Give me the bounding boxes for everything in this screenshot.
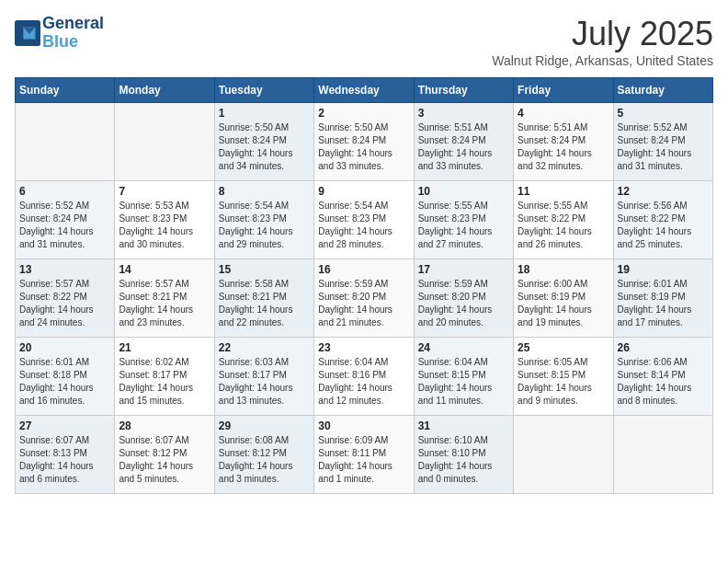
calendar-cell: 19Sunrise: 6:01 AM Sunset: 8:19 PM Dayli… bbox=[613, 259, 712, 338]
calendar-cell: 22Sunrise: 6:03 AM Sunset: 8:17 PM Dayli… bbox=[214, 338, 313, 416]
day-number: 4 bbox=[518, 107, 609, 120]
day-info: Sunrise: 6:05 AM Sunset: 8:15 PM Dayligh… bbox=[518, 356, 609, 408]
calendar-cell: 4Sunrise: 5:51 AM Sunset: 8:24 PM Daylig… bbox=[514, 103, 613, 181]
day-info: Sunrise: 6:09 AM Sunset: 8:11 PM Dayligh… bbox=[318, 434, 409, 486]
day-number: 1 bbox=[219, 107, 310, 120]
logo: General Blue bbox=[15, 15, 104, 52]
calendar-body: 1Sunrise: 5:50 AM Sunset: 8:24 PM Daylig… bbox=[16, 103, 713, 494]
calendar-cell: 18Sunrise: 6:00 AM Sunset: 8:19 PM Dayli… bbox=[514, 259, 613, 338]
day-number: 5 bbox=[618, 107, 709, 120]
title-block: July 2025 Walnut Ridge, Arkansas, United… bbox=[492, 15, 713, 68]
day-number: 22 bbox=[219, 341, 310, 354]
weekday-header: Tuesday bbox=[214, 78, 313, 103]
day-info: Sunrise: 5:57 AM Sunset: 8:21 PM Dayligh… bbox=[119, 278, 210, 329]
day-number: 12 bbox=[618, 185, 709, 198]
day-info: Sunrise: 5:52 AM Sunset: 8:24 PM Dayligh… bbox=[19, 200, 110, 251]
day-info: Sunrise: 6:08 AM Sunset: 8:12 PM Dayligh… bbox=[219, 434, 310, 486]
day-info: Sunrise: 5:55 AM Sunset: 8:22 PM Dayligh… bbox=[518, 200, 609, 251]
calendar-week-row: 13Sunrise: 5:57 AM Sunset: 8:22 PM Dayli… bbox=[16, 259, 713, 338]
calendar-cell: 12Sunrise: 5:56 AM Sunset: 8:22 PM Dayli… bbox=[613, 181, 712, 259]
day-info: Sunrise: 5:55 AM Sunset: 8:23 PM Dayligh… bbox=[418, 200, 509, 251]
logo-line1: General bbox=[42, 15, 104, 33]
calendar-cell: 1Sunrise: 5:50 AM Sunset: 8:24 PM Daylig… bbox=[214, 103, 313, 181]
day-number: 8 bbox=[219, 185, 310, 198]
calendar-cell: 31Sunrise: 6:10 AM Sunset: 8:10 PM Dayli… bbox=[414, 416, 513, 494]
month-title: July 2025 bbox=[492, 15, 713, 53]
calendar-week-row: 27Sunrise: 6:07 AM Sunset: 8:13 PM Dayli… bbox=[16, 416, 713, 494]
day-number: 16 bbox=[318, 263, 409, 276]
calendar-cell: 17Sunrise: 5:59 AM Sunset: 8:20 PM Dayli… bbox=[414, 259, 513, 338]
day-info: Sunrise: 5:52 AM Sunset: 8:24 PM Dayligh… bbox=[618, 121, 709, 173]
day-info: Sunrise: 5:54 AM Sunset: 8:23 PM Dayligh… bbox=[219, 200, 310, 251]
day-number: 3 bbox=[418, 107, 509, 120]
calendar-cell: 7Sunrise: 5:53 AM Sunset: 8:23 PM Daylig… bbox=[115, 181, 214, 259]
calendar-week-row: 20Sunrise: 6:01 AM Sunset: 8:18 PM Dayli… bbox=[16, 338, 713, 416]
day-info: Sunrise: 6:06 AM Sunset: 8:14 PM Dayligh… bbox=[618, 356, 709, 408]
day-number: 6 bbox=[19, 185, 110, 198]
day-info: Sunrise: 5:53 AM Sunset: 8:23 PM Dayligh… bbox=[119, 200, 210, 251]
day-info: Sunrise: 6:03 AM Sunset: 8:17 PM Dayligh… bbox=[219, 356, 310, 408]
calendar-cell: 14Sunrise: 5:57 AM Sunset: 8:21 PM Dayli… bbox=[115, 259, 214, 338]
calendar-cell: 11Sunrise: 5:55 AM Sunset: 8:22 PM Dayli… bbox=[514, 181, 613, 259]
calendar-cell: 25Sunrise: 6:05 AM Sunset: 8:15 PM Dayli… bbox=[514, 338, 613, 416]
weekday-header: Sunday bbox=[16, 78, 115, 103]
day-number: 20 bbox=[19, 341, 110, 354]
day-number: 21 bbox=[119, 341, 210, 354]
day-number: 26 bbox=[618, 341, 709, 354]
weekday-header: Wednesday bbox=[314, 78, 414, 103]
calendar-cell: 8Sunrise: 5:54 AM Sunset: 8:23 PM Daylig… bbox=[214, 181, 313, 259]
calendar-cell: 20Sunrise: 6:01 AM Sunset: 8:18 PM Dayli… bbox=[16, 338, 115, 416]
day-info: Sunrise: 6:04 AM Sunset: 8:15 PM Dayligh… bbox=[418, 356, 509, 408]
day-info: Sunrise: 6:00 AM Sunset: 8:19 PM Dayligh… bbox=[518, 278, 609, 329]
weekday-header: Saturday bbox=[613, 78, 712, 103]
calendar-cell: 5Sunrise: 5:52 AM Sunset: 8:24 PM Daylig… bbox=[613, 103, 712, 181]
day-info: Sunrise: 5:57 AM Sunset: 8:22 PM Dayligh… bbox=[19, 278, 110, 329]
logo-line2: Blue bbox=[42, 33, 104, 52]
day-number: 14 bbox=[119, 263, 210, 276]
calendar-cell: 21Sunrise: 6:02 AM Sunset: 8:17 PM Dayli… bbox=[115, 338, 214, 416]
day-info: Sunrise: 6:07 AM Sunset: 8:12 PM Dayligh… bbox=[119, 434, 210, 486]
calendar-cell: 27Sunrise: 6:07 AM Sunset: 8:13 PM Dayli… bbox=[16, 416, 115, 494]
calendar-header: SundayMondayTuesdayWednesdayThursdayFrid… bbox=[16, 78, 713, 103]
day-info: Sunrise: 5:50 AM Sunset: 8:24 PM Dayligh… bbox=[318, 121, 409, 173]
calendar-cell: 15Sunrise: 5:58 AM Sunset: 8:21 PM Dayli… bbox=[214, 259, 313, 338]
day-info: Sunrise: 5:58 AM Sunset: 8:21 PM Dayligh… bbox=[219, 278, 310, 329]
calendar-cell: 26Sunrise: 6:06 AM Sunset: 8:14 PM Dayli… bbox=[613, 338, 712, 416]
day-number: 27 bbox=[19, 419, 110, 432]
day-number: 10 bbox=[418, 185, 509, 198]
day-info: Sunrise: 5:51 AM Sunset: 8:24 PM Dayligh… bbox=[418, 121, 509, 173]
day-info: Sunrise: 6:07 AM Sunset: 8:13 PM Dayligh… bbox=[19, 434, 110, 486]
day-info: Sunrise: 6:01 AM Sunset: 8:18 PM Dayligh… bbox=[19, 356, 110, 408]
day-number: 23 bbox=[318, 341, 409, 354]
day-number: 2 bbox=[318, 107, 409, 120]
day-number: 18 bbox=[518, 263, 609, 276]
day-info: Sunrise: 5:51 AM Sunset: 8:24 PM Dayligh… bbox=[518, 121, 609, 173]
calendar-cell bbox=[514, 416, 613, 494]
calendar-cell bbox=[613, 416, 712, 494]
day-number: 30 bbox=[318, 419, 409, 432]
day-info: Sunrise: 5:54 AM Sunset: 8:23 PM Dayligh… bbox=[318, 200, 409, 251]
calendar-cell: 24Sunrise: 6:04 AM Sunset: 8:15 PM Dayli… bbox=[414, 338, 513, 416]
logo-text: General Blue bbox=[42, 15, 104, 52]
day-info: Sunrise: 5:59 AM Sunset: 8:20 PM Dayligh… bbox=[318, 278, 409, 329]
weekday-header: Friday bbox=[514, 78, 613, 103]
day-info: Sunrise: 6:02 AM Sunset: 8:17 PM Dayligh… bbox=[119, 356, 210, 408]
day-number: 11 bbox=[518, 185, 609, 198]
calendar-cell: 16Sunrise: 5:59 AM Sunset: 8:20 PM Dayli… bbox=[314, 259, 414, 338]
day-info: Sunrise: 6:04 AM Sunset: 8:16 PM Dayligh… bbox=[318, 356, 409, 408]
calendar-cell: 23Sunrise: 6:04 AM Sunset: 8:16 PM Dayli… bbox=[314, 338, 414, 416]
day-info: Sunrise: 5:56 AM Sunset: 8:22 PM Dayligh… bbox=[618, 200, 709, 251]
calendar-cell bbox=[115, 103, 214, 181]
day-info: Sunrise: 5:59 AM Sunset: 8:20 PM Dayligh… bbox=[418, 278, 509, 329]
logo-icon bbox=[15, 20, 40, 46]
page-header: General Blue July 2025 Walnut Ridge, Ark… bbox=[15, 15, 713, 68]
calendar-cell: 29Sunrise: 6:08 AM Sunset: 8:12 PM Dayli… bbox=[214, 416, 313, 494]
calendar-cell: 2Sunrise: 5:50 AM Sunset: 8:24 PM Daylig… bbox=[314, 103, 414, 181]
header-row: SundayMondayTuesdayWednesdayThursdayFrid… bbox=[16, 78, 713, 103]
day-info: Sunrise: 6:10 AM Sunset: 8:10 PM Dayligh… bbox=[418, 434, 509, 486]
calendar-cell: 13Sunrise: 5:57 AM Sunset: 8:22 PM Dayli… bbox=[16, 259, 115, 338]
calendar-cell: 6Sunrise: 5:52 AM Sunset: 8:24 PM Daylig… bbox=[16, 181, 115, 259]
calendar-cell: 28Sunrise: 6:07 AM Sunset: 8:12 PM Dayli… bbox=[115, 416, 214, 494]
day-number: 17 bbox=[418, 263, 509, 276]
day-number: 31 bbox=[418, 419, 509, 432]
